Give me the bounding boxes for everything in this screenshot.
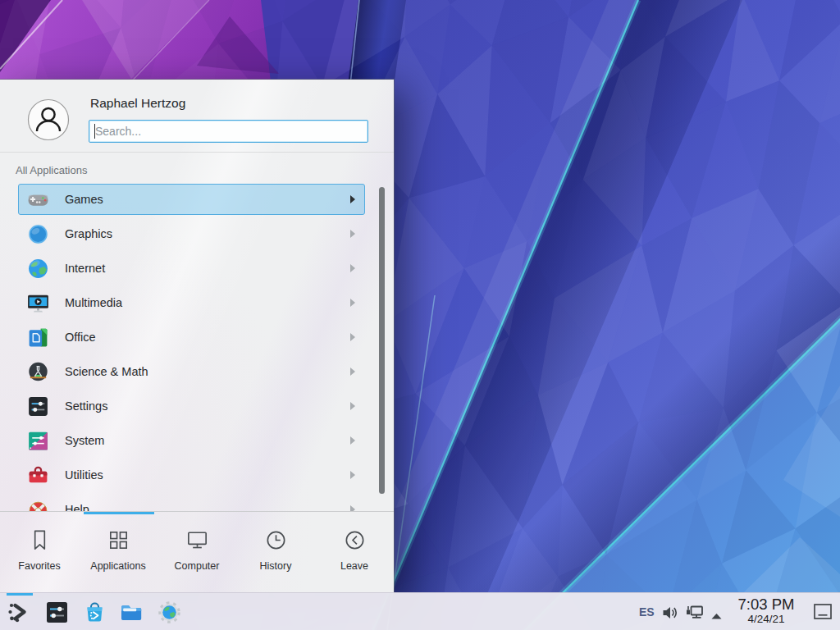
system-settings-button[interactable]: [43, 599, 71, 626]
file-manager-button[interactable]: [118, 599, 145, 626]
applications-icon: [106, 527, 131, 553]
user-name: Raphael Hertzog: [90, 96, 185, 111]
games-icon: [26, 188, 50, 212]
network-icon[interactable]: [684, 602, 705, 623]
screen: Raphael Hertzog All Applications Games: [0, 0, 840, 630]
category-label: Help: [65, 503, 89, 511]
science-icon: [26, 360, 50, 384]
system-icon: [26, 429, 50, 453]
office-icon: [26, 326, 50, 349]
utilities-icon: [26, 463, 50, 487]
discover-icon: [81, 599, 108, 626]
category-label: Internet: [65, 262, 105, 275]
category-list: Games Graphics: [18, 184, 365, 511]
user-avatar[interactable]: [27, 98, 70, 141]
search-input[interactable]: [89, 120, 368, 143]
text-cursor: [94, 124, 95, 139]
history-icon: [263, 527, 289, 553]
help-icon: [26, 498, 50, 512]
category-label: Office: [65, 331, 96, 344]
discover-button[interactable]: [81, 599, 108, 626]
tab-applications[interactable]: Applications: [79, 514, 158, 592]
app-launcher-icon: [7, 599, 34, 626]
tab-leave[interactable]: Leave: [315, 514, 394, 592]
category-utilities[interactable]: Utilities: [18, 459, 365, 491]
category-internet[interactable]: Internet: [18, 253, 365, 284]
tab-history[interactable]: History: [236, 514, 315, 592]
submenu-arrow-icon: [350, 368, 355, 376]
category-label: Science & Math: [65, 365, 148, 378]
submenu-arrow-icon: [350, 195, 355, 203]
category-settings[interactable]: Settings: [18, 390, 365, 422]
show-desktop-icon: [813, 603, 833, 621]
category-help[interactable]: Help: [18, 494, 365, 511]
tab-label: Leave: [340, 560, 368, 572]
system-settings-icon: [43, 599, 71, 626]
tab-label: Applications: [90, 560, 145, 572]
volume-icon[interactable]: [661, 604, 679, 622]
tab-label: Computer: [175, 560, 220, 572]
graphics-icon: [26, 222, 50, 246]
submenu-arrow-icon: [350, 471, 355, 479]
category-label: Multimedia: [65, 296, 122, 309]
show-desktop-button[interactable]: [810, 598, 835, 626]
leave-icon: [342, 527, 368, 553]
submenu-arrow-icon: [350, 505, 355, 511]
internet-icon: [26, 257, 50, 281]
favorites-icon: [27, 527, 52, 553]
file-manager-icon: [118, 599, 145, 626]
tab-label: History: [260, 560, 292, 572]
expand-tray-icon[interactable]: [710, 609, 723, 617]
clock-date: 4/24/21: [727, 613, 806, 626]
header-divider: [0, 152, 394, 153]
tab-favorites[interactable]: Favorites: [0, 514, 79, 592]
category-science-math[interactable]: Science & Math: [18, 356, 365, 387]
scrollbar[interactable]: [379, 187, 385, 494]
submenu-arrow-icon: [350, 333, 355, 341]
section-label: All Applications: [16, 164, 87, 176]
category-label: Utilities: [65, 468, 103, 482]
application-launcher-menu: Raphael Hertzog All Applications Games: [0, 80, 394, 592]
computer-icon: [185, 527, 210, 553]
category-label: Settings: [65, 399, 107, 413]
category-label: Games: [65, 193, 103, 206]
web-browser-icon: [156, 599, 183, 626]
multimedia-icon: [26, 291, 50, 315]
clock-time: 7:03 PM: [727, 596, 806, 613]
submenu-arrow-icon: [350, 402, 355, 410]
category-graphics[interactable]: Graphics: [18, 218, 365, 249]
active-task-indicator: [7, 593, 33, 596]
settings-icon: [26, 395, 50, 418]
submenu-arrow-icon: [350, 230, 355, 238]
tab-computer[interactable]: Computer: [158, 514, 236, 592]
category-label: Graphics: [65, 227, 112, 240]
clock[interactable]: 7:03 PM 4/24/21: [727, 596, 806, 626]
category-label: System: [65, 434, 104, 447]
category-system[interactable]: System: [18, 425, 365, 456]
submenu-arrow-icon: [350, 436, 355, 445]
submenu-arrow-icon: [350, 264, 355, 272]
taskbar-panel: ES 7:03 PM 4/24/21: [0, 592, 840, 630]
submenu-arrow-icon: [350, 299, 355, 307]
web-browser-button[interactable]: [156, 599, 183, 626]
app-launcher-button[interactable]: [7, 599, 34, 626]
category-multimedia[interactable]: Multimedia: [18, 287, 365, 318]
category-games[interactable]: Games: [18, 184, 365, 215]
tab-label: Favorites: [18, 560, 60, 572]
category-office[interactable]: Office: [18, 322, 365, 353]
launcher-tab-bar: Favorites Applications: [0, 514, 394, 592]
footer-divider: [0, 511, 394, 512]
keyboard-layout-indicator[interactable]: ES: [639, 605, 655, 619]
